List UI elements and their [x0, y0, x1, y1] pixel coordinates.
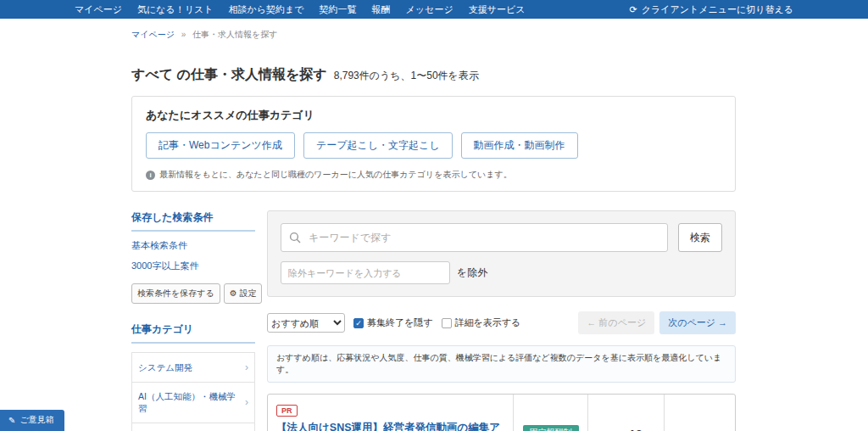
- hide-closed-checkbox[interactable]: ✓ 募集終了を隠す: [353, 316, 433, 329]
- page-title-rest: の仕事・求人情報を探す: [177, 67, 327, 81]
- job-stats-column: 応募数 13人 契約状況 1/20人: [587, 395, 664, 431]
- settings-button[interactable]: ⚙ 設定: [224, 283, 263, 304]
- nav-messages[interactable]: メッセージ: [406, 3, 453, 16]
- sort-explanation-notice: おすすめ順は、応募状況や人気度、仕事の質、機械学習による評価など複数のデータを基…: [267, 345, 736, 383]
- saved-search-heading: 保存した検索条件: [131, 210, 255, 232]
- info-icon: i: [146, 171, 155, 180]
- deadline-row: あと 2 日: [681, 428, 718, 431]
- show-details-checkbox[interactable]: 詳細を表示する: [442, 316, 521, 329]
- switch-icon: ⟳: [629, 4, 637, 15]
- saved-search-actions: 検索条件を保存する ⚙ 設定: [131, 283, 255, 304]
- nav-contract-list[interactable]: 契約一覧: [320, 3, 357, 16]
- page-header: すべて の仕事・求人情報を探す 8,793件のうち、1〜50件を表示: [131, 66, 868, 84]
- reco-category-writing-button[interactable]: 記事・Webコンテンツ作成: [146, 132, 295, 159]
- sidebar-item-app-smartphone[interactable]: アプリ・スマートフォン開発 ›: [132, 423, 254, 431]
- result-summary: 8,793件のうち、1〜50件を表示: [334, 69, 479, 83]
- saved-search-basic-link[interactable]: 基本検索条件: [131, 239, 255, 252]
- breadcrumb-current: 仕事・求人情報を探す: [192, 30, 277, 39]
- page-title-scope: すべて: [131, 67, 173, 81]
- category-label: AI（人工知能）・機械学習: [138, 390, 242, 414]
- chevron-right-icon: ›: [245, 361, 248, 374]
- pr-badge: PR: [276, 405, 298, 417]
- checkbox-checked-icon: ✓: [353, 318, 364, 328]
- page-title: すべて の仕事・求人情報を探す: [131, 66, 327, 84]
- nav-watch-list[interactable]: 気になる！リスト: [137, 3, 214, 16]
- reco-category-video-button[interactable]: 動画作成・動画制作: [461, 132, 578, 159]
- feedback-label: ご意見箱: [19, 414, 53, 426]
- main-column: 検索 を除外 おすすめ順 ✓ 募集終了を隠す 詳細を表示する: [267, 210, 736, 431]
- save-search-button[interactable]: 検索条件を保存する: [131, 283, 220, 304]
- hide-closed-label: 募集終了を隠す: [367, 316, 433, 329]
- exclude-keyword-input[interactable]: [281, 261, 450, 284]
- saved-search-links: 基本検索条件 3000字以上案件: [131, 232, 255, 282]
- nav-rewards[interactable]: 報酬: [372, 3, 391, 16]
- sidebar-item-ai-ml[interactable]: AI（人工知能）・機械学習 ›: [132, 383, 254, 423]
- exclude-suffix-label: を除外: [457, 266, 487, 280]
- recommended-note-text: 最新情報をもとに、あなたと同じ職種のワーカーに人気の仕事カテゴリを表示しています…: [159, 169, 512, 181]
- nav-mypage[interactable]: マイページ: [75, 3, 122, 16]
- recommended-heading: あなたにオススメの仕事カテゴリ: [146, 108, 721, 123]
- main-nav: マイページ 気になる！リスト 相談から契約まで 契約一覧 報酬 メッセージ 支援…: [75, 3, 525, 16]
- job-listing-card: PR 【法人向けSNS運用】経営者発信動画の編集アシスタント募集｜ディレクター指…: [267, 394, 736, 431]
- sort-order-select[interactable]: おすすめ順: [267, 313, 345, 333]
- breadcrumb-separator: »: [181, 30, 186, 39]
- recommended-buttons: 記事・Webコンテンツ作成 テープ起こし・文字起こし 動画作成・動画制作: [146, 132, 721, 159]
- settings-button-label: 設定: [239, 288, 256, 298]
- job-title-link[interactable]: 【法人向けSNS運用】経営者発信動画の編集アシスタント募集｜ディレクター指示あり…: [276, 420, 504, 431]
- nav-support-services[interactable]: 支援サービス: [469, 3, 526, 16]
- prev-page-button[interactable]: ← 前のページ: [578, 311, 654, 334]
- checkbox-unchecked-icon: [442, 318, 452, 328]
- show-details-label: 詳細を表示する: [455, 316, 521, 329]
- pencil-icon: ✎: [8, 416, 15, 425]
- nav-consult-to-contract[interactable]: 相談から契約まで: [229, 3, 304, 16]
- list-controls: おすすめ順 ✓ 募集終了を隠す 詳細を表示する ← 前のページ 次のページ →: [267, 311, 736, 334]
- category-label: システム開発: [138, 361, 192, 373]
- search-panel: 検索 を除外: [267, 210, 736, 297]
- search-icon: [289, 232, 301, 243]
- deadline-days: 2: [701, 428, 708, 431]
- breadcrumb-mypage-link[interactable]: マイページ: [131, 30, 175, 39]
- chevron-right-icon: ›: [245, 395, 248, 409]
- recommended-categories-box: あなたにオススメの仕事カテゴリ 記事・Webコンテンツ作成 テープ起こし・文字起…: [131, 96, 736, 192]
- top-navigation-bar: マイページ 気になる！リスト 相談から契約まで 契約一覧 報酬 メッセージ 支援…: [0, 0, 868, 19]
- job-category-list: システム開発 › AI（人工知能）・機械学習 › アプリ・スマートフォン開発 ›…: [131, 352, 255, 431]
- feedback-box-tab[interactable]: ✎ ご意見箱: [0, 410, 64, 431]
- job-category-heading: 仕事カテゴリ: [131, 322, 255, 344]
- next-page-button[interactable]: 次のページ →: [659, 311, 736, 334]
- sidebar: 保存した検索条件 基本検索条件 3000字以上案件 検索条件を保存する ⚙ 設定…: [131, 210, 255, 431]
- breadcrumb: マイページ » 仕事・求人情報を探す: [131, 29, 868, 41]
- keyword-search-input[interactable]: [281, 223, 668, 252]
- switch-client-menu-button[interactable]: ⟳ クライアントメニューに切り替える: [629, 3, 793, 16]
- gear-icon: ⚙: [230, 288, 237, 298]
- applicants-row: 応募数 13人: [601, 428, 650, 431]
- applicants-count: 13: [629, 428, 643, 431]
- reco-category-transcription-button[interactable]: テープ起こし・文字起こし: [303, 132, 453, 159]
- search-button[interactable]: 検索: [678, 223, 722, 252]
- switch-client-menu-label: クライアントメニューに切り替える: [642, 3, 793, 16]
- pagination: ← 前のページ 次のページ →: [578, 311, 736, 334]
- payment-type-badge: 固定報酬制: [523, 425, 579, 431]
- job-deadline-column: あと 2 日 (3月10日まで): [664, 395, 735, 431]
- job-payment-column: 固定報酬制 1,001円: [513, 395, 587, 431]
- recommended-note: i 最新情報をもとに、あなたと同じ職種のワーカーに人気の仕事カテゴリを表示してい…: [146, 169, 721, 181]
- saved-search-3000-link[interactable]: 3000字以上案件: [131, 260, 255, 272]
- sidebar-item-system-dev[interactable]: システム開発 ›: [132, 353, 254, 383]
